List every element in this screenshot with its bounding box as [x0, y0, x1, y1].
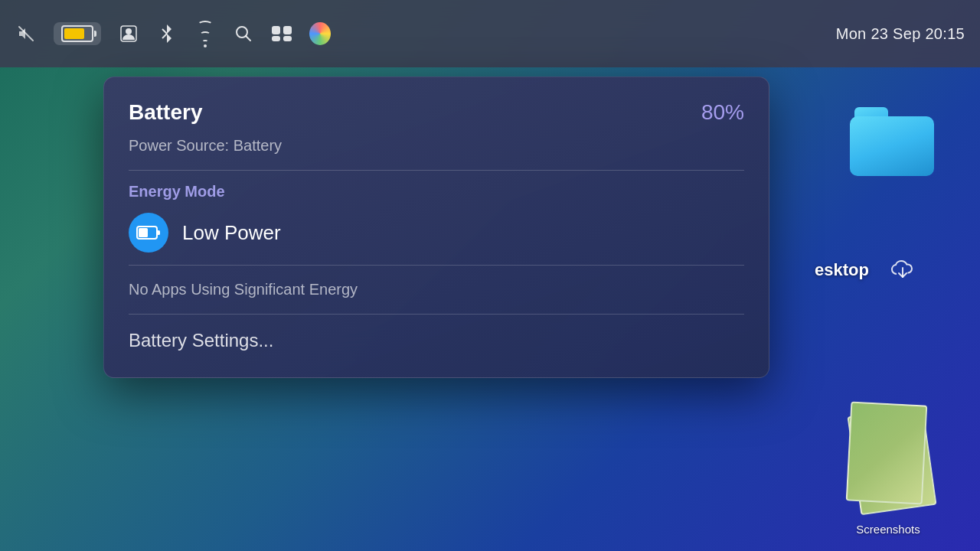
mute-icon[interactable]: [15, 23, 37, 44]
svg-line-2: [162, 29, 167, 34]
folder-icon: [850, 107, 934, 176]
screenshots-label: Screenshots: [856, 523, 920, 536]
power-source-text: Power Source: Battery: [129, 137, 744, 155]
icloud-icon: [890, 257, 915, 284]
menubar: Mon 23 Sep 20:15: [0, 0, 980, 67]
low-power-text: Low Power: [182, 221, 281, 245]
contact-icon[interactable]: [118, 23, 139, 44]
swirl-icon: [309, 22, 331, 45]
bluetooth-icon[interactable]: [156, 23, 178, 44]
menubar-left-icons: [15, 22, 331, 45]
battery-percent: 80%: [701, 100, 744, 125]
low-power-row[interactable]: Low Power: [129, 213, 744, 253]
battery-dropdown: Battery 80% Power Source: Battery Energy…: [103, 77, 769, 378]
svg-line-3: [162, 34, 167, 38]
divider-2: [129, 265, 744, 266]
folder-body: [850, 116, 934, 176]
screenshot-paper-front: [846, 401, 928, 504]
battery-title: Battery: [129, 100, 202, 125]
screenshots-stack: [842, 403, 934, 518]
wifi-arc-small: [202, 40, 208, 44]
search-icon[interactable]: [233, 23, 254, 44]
svg-rect-11: [139, 228, 148, 237]
wifi-dot: [204, 44, 207, 47]
wifi-arc-medium: [200, 31, 211, 37]
battery-settings-link[interactable]: Battery Settings...: [129, 327, 744, 354]
svg-rect-12: [157, 230, 160, 235]
svg-line-5: [246, 36, 250, 41]
desktop-folder[interactable]: [850, 107, 934, 176]
control-center-icon[interactable]: [271, 23, 292, 44]
svg-point-1: [126, 28, 132, 34]
battery-menubar-button[interactable]: [54, 22, 101, 45]
battery-header: Battery 80%: [129, 100, 744, 125]
datetime-display[interactable]: Mon 23 Sep 20:15: [836, 25, 965, 43]
wifi-arc-large: [198, 21, 213, 29]
svg-rect-8: [272, 36, 280, 41]
battery-fill: [64, 28, 84, 39]
wifi-signal: [198, 21, 213, 47]
no-apps-text: No Apps Using Significant Energy: [129, 278, 744, 302]
screenshots-folder[interactable]: Screenshots: [842, 403, 934, 536]
divider-1: [129, 170, 744, 171]
wifi-icon[interactable]: [194, 23, 216, 44]
svg-rect-9: [283, 36, 292, 41]
fantastical-icon[interactable]: [309, 23, 331, 44]
low-power-icon: [129, 213, 168, 253]
svg-rect-7: [283, 26, 292, 34]
svg-rect-6: [272, 26, 280, 34]
menubar-datetime: Mon 23 Sep 20:15: [836, 25, 965, 43]
desktop-label: esktop: [815, 260, 869, 280]
divider-3: [129, 314, 744, 315]
energy-mode-label: Energy Mode: [129, 183, 744, 201]
battery-icon: [61, 25, 93, 42]
